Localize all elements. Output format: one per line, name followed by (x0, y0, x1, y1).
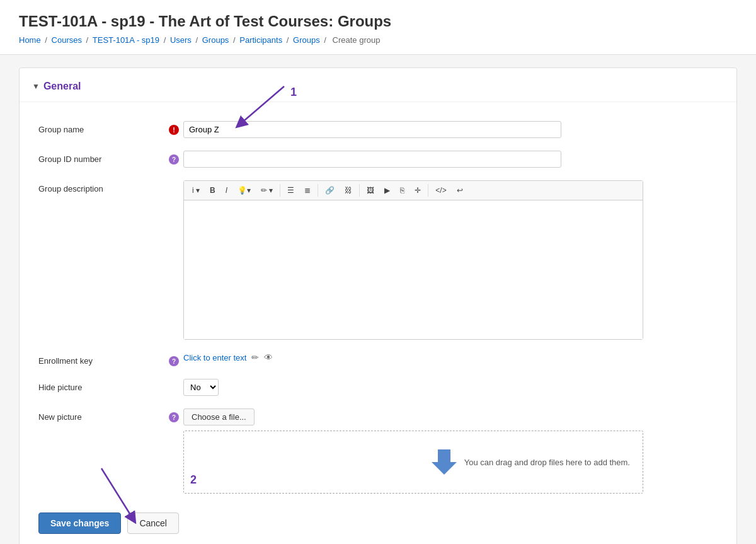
toolbar-link-btn[interactable]: 🔗 (321, 183, 339, 197)
new-picture-control: Choose a file... 2 You can drag and drop… (183, 408, 718, 494)
svg-marker-2 (432, 449, 457, 475)
group-id-row: Group ID number ? (20, 144, 736, 174)
new-picture-help: ? (164, 408, 183, 422)
group-id-control (183, 151, 718, 168)
toolbar-ul-btn[interactable]: ☰ (283, 183, 299, 197)
enrollment-key-link[interactable]: Click to enter text (183, 353, 246, 362)
toolbar-code-btn[interactable]: </> (431, 183, 450, 197)
breadcrumb-groups1[interactable]: Groups (202, 35, 229, 45)
drop-zone-content: You can drag and drop files here to add … (432, 449, 630, 475)
page-content: ▼ General Group name ! 1 (0, 55, 756, 544)
save-changes-button[interactable]: Save changes (38, 512, 121, 534)
hide-picture-select[interactable]: No Yes (183, 379, 219, 396)
group-id-help: ? (164, 151, 183, 165)
section-toggle-icon[interactable]: ▼ (32, 82, 40, 91)
hide-picture-spacer (164, 379, 183, 383)
toolbar-unlink-btn[interactable]: ⛓ (340, 183, 357, 197)
enrollment-key-row: Enrollment key ? Click to enter text ✏ 👁 (20, 346, 736, 373)
section-title: General (43, 81, 81, 92)
toolbar-divider-3 (359, 184, 360, 197)
toolbar-copy-btn[interactable]: ⎘ (396, 183, 409, 197)
group-description-label: Group description (38, 180, 164, 194)
drop-text: You can drag and drop files here to add … (464, 458, 630, 467)
toolbar-color-btn[interactable]: ✏ ▾ (256, 183, 277, 197)
breadcrumb-course[interactable]: TEST-101A - sp19 (93, 35, 159, 45)
form-section: ▼ General Group name ! 1 (19, 67, 737, 544)
breadcrumb-home[interactable]: Home (19, 35, 41, 45)
group-description-spacer (164, 180, 183, 184)
group-name-label: Group name (38, 121, 164, 134)
group-name-row: Group name ! 1 (20, 115, 736, 144)
choose-file-button[interactable]: Choose a file... (183, 408, 255, 425)
group-id-label: Group ID number (38, 151, 164, 164)
enrollment-key-inner: Click to enter text ✏ 👁 (183, 352, 718, 362)
hide-picture-row: Hide picture No Yes (20, 373, 736, 402)
toolbar-highlight-btn[interactable]: 💡▾ (233, 183, 255, 197)
enrollment-key-label: Enrollment key (38, 352, 164, 366)
breadcrumb-participants[interactable]: Participants (239, 35, 282, 45)
required-icon: ! (169, 125, 179, 135)
editor-body[interactable] (184, 200, 643, 339)
cancel-button[interactable]: Cancel (127, 512, 179, 534)
annotation-number-2: 2 (190, 473, 197, 487)
toolbar-info-btn[interactable]: i ▾ (188, 183, 204, 197)
toolbar-ol-btn[interactable]: ≣ (300, 183, 315, 197)
new-picture-row: New picture ? Choose a file... 2 You can… (20, 402, 736, 500)
editor-container: i ▾ B I 💡▾ ✏ ▾ ☰ ≣ 🔗 ⛓ 🖼 ▶ (183, 180, 643, 340)
toolbar-divider-2 (318, 184, 318, 197)
toolbar-divider-1 (280, 184, 280, 197)
toolbar-italic-btn[interactable]: I (221, 183, 232, 197)
group-name-input[interactable] (183, 121, 561, 138)
enrollment-help-icon[interactable]: ? (169, 356, 179, 366)
drop-zone[interactable]: 2 You can drag and drop files here to ad… (183, 431, 643, 494)
enrollment-key-help: ? (164, 352, 183, 366)
breadcrumb: Home / Courses / TEST-101A - sp19 / User… (19, 35, 737, 45)
page-header: TEST-101A - sp19 - The Art of Test Cours… (0, 0, 756, 55)
form-actions: Save changes Cancel (20, 500, 736, 544)
breadcrumb-courses[interactable]: Courses (52, 35, 82, 45)
editor-toolbar: i ▾ B I 💡▾ ✏ ▾ ☰ ≣ 🔗 ⛓ 🖼 ▶ (184, 181, 643, 200)
toolbar-divider-4 (428, 184, 428, 197)
new-picture-help-icon[interactable]: ? (169, 412, 179, 422)
breadcrumb-users[interactable]: Users (170, 35, 192, 45)
group-name-required: ! (164, 121, 183, 135)
hide-picture-label: Hide picture (38, 379, 164, 392)
group-name-control: 1 (183, 121, 718, 138)
group-description-row: Group description i ▾ B I 💡▾ ✏ ▾ ☰ ≣ 🔗 (20, 174, 736, 346)
new-picture-label: New picture (38, 408, 164, 422)
breadcrumb-current: Create group (333, 35, 381, 45)
pencil-icon[interactable]: ✏ (251, 352, 259, 362)
toolbar-media-btn[interactable]: ▶ (380, 183, 394, 197)
breadcrumb-groups2[interactable]: Groups (293, 35, 320, 45)
toolbar-undo-btn[interactable]: ↩ (452, 183, 467, 197)
toolbar-bold-btn[interactable]: B (205, 183, 220, 197)
group-id-input[interactable] (183, 151, 561, 168)
toolbar-image-btn[interactable]: 🖼 (362, 183, 379, 197)
eye-icon[interactable]: 👁 (264, 352, 273, 362)
hide-picture-control: No Yes (183, 379, 718, 396)
drop-arrow-icon (432, 449, 457, 475)
page-title: TEST-101A - sp19 - The Art of Test Cours… (19, 13, 737, 30)
group-description-control: i ▾ B I 💡▾ ✏ ▾ ☰ ≣ 🔗 ⛓ 🖼 ▶ (183, 180, 718, 340)
section-header: ▼ General (20, 81, 736, 102)
enrollment-key-control: Click to enter text ✏ 👁 (183, 352, 718, 362)
help-icon[interactable]: ? (169, 154, 179, 165)
toolbar-table-btn[interactable]: ✛ (410, 183, 425, 197)
